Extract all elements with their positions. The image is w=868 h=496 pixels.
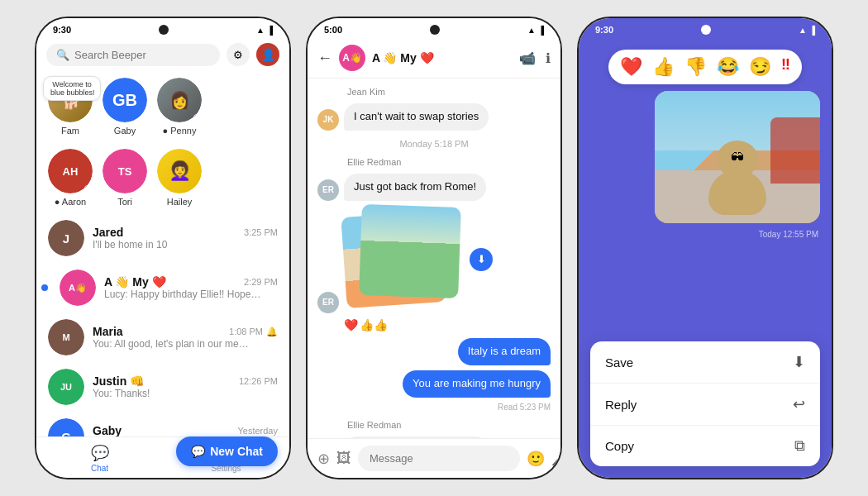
context-copy[interactable]: Copy ⧉ [590,426,820,466]
nav-label-chat: Chat [91,464,108,473]
status-bar-3: 9:30 ▲▐ [579,18,832,38]
add-icon[interactable]: ⊕ [317,450,330,468]
list-item[interactable]: J Jared 3:25 PM I'll be home in 10 [36,213,289,263]
status-icons-1: ▲ ▐ [256,26,273,35]
status-bar-2: 5:00 ▲▐ [308,18,560,38]
search-row: 🔍 ⚙ 👤 [36,38,289,71]
chat-input-bar: ⊕ 🖼 🙂 🎤 [308,438,560,478]
reaction-thumbsdown-btn[interactable]: 👎 [684,56,707,78]
sticker-icon[interactable]: 🖼 [336,450,351,467]
reaction-thumbsup-btn[interactable]: 👍 [652,56,675,78]
new-chat-button[interactable]: 💬 New Chat [176,436,278,466]
chat-name: Justin 👊 [93,374,144,388]
dog-head: 🕶 [717,141,758,178]
camera-notch-2 [430,25,440,35]
story-item-gaby[interactable]: GB Gaby [103,78,147,136]
chat-preview: You: Thanks! [93,388,250,399]
date-divider: Monday 5:18 PM [317,139,551,149]
profile-avatar[interactable]: 👤 [256,43,279,66]
emoji-icon[interactable]: 🙂 [527,450,545,468]
message-row: JK I can't wait to swap stories [317,103,551,131]
signal-icon: ▐ [267,26,273,35]
chat-name: Jared [93,226,123,239]
stories-row-1: 🐕 Welcome toblue bubbles! Fam GB Gaby 👩 [36,71,289,142]
chat-time: 3:25 PM [244,227,278,237]
story-name-aaron: ● Aaron [55,197,86,207]
story-name-tori: Tori [117,197,132,207]
phone2: 5:00 ▲▐ ← A👋 A 👋 My ❤️ 📹 ℹ Jean Kim JK I… [306,17,562,479]
context-save[interactable]: Save ⬇ [590,341,820,384]
search-icon: 🔍 [56,49,69,61]
message-bubble: Just got back from Rome! [344,174,486,201]
sender-name: Jean Kim [317,87,551,97]
story-item-fam[interactable]: 🐕 Welcome toblue bubbles! Fam [48,78,93,136]
camera-notch-1 [159,25,169,35]
story-name-gaby: Gaby [114,126,136,136]
camera-notch-3 [701,25,711,35]
search-input[interactable] [74,49,210,61]
chat-header: ← A👋 A 👋 My ❤️ 📹 ℹ [308,38,560,79]
reaction-heart-btn[interactable]: ❤️ [620,56,642,78]
dog-photo[interactable]: 🕶 [655,91,820,223]
save-icon: ⬇ [793,353,805,371]
status-icons-3: ▲▐ [799,26,815,35]
search-bar[interactable]: 🔍 [46,44,220,66]
photo-timestamp: Today 12:55 PM [759,230,818,239]
context-reply-label: Reply [605,398,637,412]
reaction-thumbs[interactable]: 👍👍 [360,318,388,331]
chat-info-a: A 👋 My ❤️ 2:29 PM Lucy: Happy birthday E… [104,275,278,300]
chat-name: Maria [93,325,123,338]
story-item-hailey[interactable]: 👩‍🦱 Hailey [157,149,202,207]
message-input[interactable] [358,446,520,471]
chat-header-avatar: A👋 [339,45,365,71]
list-item[interactable]: M Maria 1:08 PM 🔔 You: All good, let's p… [36,312,289,362]
status-bar-1: 9:30 ▲ ▐ [36,18,289,38]
message-avatar: JK [317,109,339,131]
context-reply[interactable]: Reply ↩ [590,384,820,426]
message-avatar: ER [317,292,339,313]
list-item[interactable]: A👋 A 👋 My ❤️ 2:29 PM Lucy: Happy birthda… [36,263,289,312]
phone3: 9:30 ▲▐ ❤️ 👍 👎 😂 😏 ‼️ [577,17,833,479]
story-item-aaron[interactable]: AH ● Aaron [48,149,93,207]
list-item[interactable]: G Gaby Yesterday Awesome. [36,412,289,436]
context-copy-label: Copy [605,439,634,453]
chat-icon: 💬 [191,445,205,458]
chat-info-jared: Jared 3:25 PM I'll be home in 10 [93,226,278,250]
reaction-heart[interactable]: ❤️ [344,318,358,331]
screen2-content: ← A👋 A 👋 My ❤️ 📹 ℹ Jean Kim JK I can't w… [308,38,560,478]
chat-time: 2:29 PM [244,277,278,287]
read-receipt: Read 5:23 PM [317,403,551,412]
list-item[interactable]: JU Justin 👊 12:26 PM You: Thanks! [36,362,289,412]
chat-info-justin: Justin 👊 12:26 PM You: Thanks! [93,374,278,399]
reaction-smirk-btn[interactable]: 😏 [749,56,771,78]
dog-image: 🕶 [655,91,820,223]
screen3-top: ❤️ 👍 👎 😂 😏 ‼️ [579,38,832,341]
chat-time: 1:08 PM [229,327,263,336]
reply-icon: ↩ [793,395,805,413]
context-menu: Save ⬇ Reply ↩ Copy ⧉ [590,341,820,466]
nav-item-chat[interactable]: 💬 Chat [36,437,163,478]
reaction-exclaim-btn[interactable]: ‼️ [781,56,790,78]
story-item-tori[interactable]: TS Tori [103,149,147,207]
info-icon[interactable]: ℹ [546,50,551,66]
story-name-penny: ● Penny [163,126,197,136]
back-button[interactable]: ← [317,50,332,67]
reaction-laugh-btn[interactable]: 😂 [717,56,739,78]
copy-icon: ⧉ [794,437,805,455]
story-item-penny[interactable]: 👩 ● Penny [157,78,202,136]
download-button[interactable]: ⬇ [470,248,493,271]
image-card-2[interactable] [359,204,461,298]
settings-button[interactable]: ⚙ [227,43,250,66]
image-stack [344,206,468,313]
video-call-icon[interactable]: 📹 [519,50,536,66]
phone1: 9:30 ▲ ▐ 🔍 ⚙ 👤 🐕 [35,17,291,479]
wifi-icon: ▲ [256,26,265,35]
mic-icon[interactable]: 🎤 [551,450,560,468]
chat-header-name: A 👋 My ❤️ [372,51,513,64]
message-avatar: ER [317,179,339,201]
chat-preview: You: All good, let's plan in our meeting… [93,338,250,350]
message-row-me2: You are making me hungry [317,370,551,398]
context-save-label: Save [605,355,633,370]
sender-name: Ellie Redman [317,420,551,430]
sender-name: Ellie Redman [317,157,551,167]
